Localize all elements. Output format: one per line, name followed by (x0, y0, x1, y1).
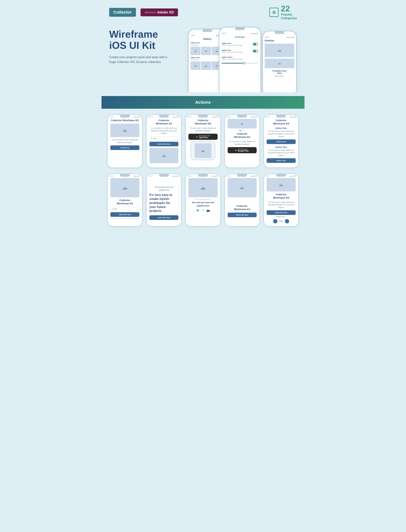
signal-icons-1: ▲▲▲🔋 (133, 116, 140, 118)
hero-section: WireframeiOS UI Kit Create your projects… (102, 23, 304, 92)
option-one-label: Option One (222, 42, 243, 44)
toggle-two[interactable] (253, 50, 258, 52)
album-thumb: ⛰ (201, 47, 211, 55)
portfolio-phone: 12:17 ▲▲▲🔋 Portfolio ⛰ ⛰ Portfolio First… (262, 31, 297, 92)
signal-icons-3: ▲▲▲🔋 (211, 116, 218, 118)
screen6-title: CollectorWireframe Kit (110, 199, 139, 205)
portfolio-show-case[interactable]: Show Case > (265, 75, 294, 77)
option-one: Option One Stylish and beautiful prototy… (222, 41, 258, 48)
settings-phone: 12:17 ▲▲▲🔋 Settings Option One Stylish a… (219, 27, 261, 92)
option-two-label: Option Two (222, 49, 243, 51)
screen4-title: CollectorWireframe Kit (228, 132, 257, 139)
actions-banner: Actions (102, 96, 304, 109)
button-two[interactable]: Button Two (267, 158, 296, 163)
time-10: 12:17 (266, 175, 270, 177)
hero-title: WireframeiOS UI Kit (109, 29, 182, 51)
subscribe-button-7[interactable]: Subscribe Now (149, 215, 178, 220)
inner-phone-3: ⛰ (191, 141, 216, 160)
page-indicator: 2/11 (279, 220, 283, 222)
phones-container: 12:17 ▲▲▲🔋 Gallery Album One 15 pictures… (182, 27, 297, 92)
subscribe-button-2[interactable]: Subscribe Now (149, 142, 178, 146)
settings-title: Settings (222, 35, 258, 39)
categories-label: PopularCategories (281, 13, 297, 20)
subscribe-button-9[interactable]: Subscribe Now (228, 213, 257, 217)
read-more-link[interactable]: Read More > (267, 216, 296, 217)
signal-icons-10: ▲▲▲🔋 (290, 175, 296, 177)
screen-card-pagination: 12:17 ▲▲▲🔋 ⛰ CollectorWireframe Kit It's… (264, 174, 299, 226)
subscribe-button-6[interactable]: Subscribe Now (110, 212, 139, 217)
screen-card-subscribe-email: 12:17 ▲▲▲🔋 CollectorWireframe Kit It's v… (146, 114, 181, 168)
signal-icons-7: ▲▲▲🔋 (173, 175, 179, 177)
action-two-title: Action Two (267, 146, 296, 148)
email-input-6[interactable] (110, 207, 139, 211)
screen7-join-text: Join and get news andupdates first (149, 186, 178, 191)
next-page-button[interactable]: › (285, 219, 289, 223)
action-one-title: Action One (267, 127, 296, 129)
categories-icon: ⊞ (269, 8, 279, 17)
screen-card-social: 12:17 ▲▲▲🔋 ⛰ COLLECTOR UI KIT Join and g… (185, 174, 220, 226)
time-5: 12:17 (266, 116, 270, 118)
slider-bar[interactable] (222, 63, 258, 63)
time-2: 12:17 (149, 116, 153, 118)
screen-card-subscribe3: 12:17 ▲▲▲🔋 ⛰ CollectorWireframe Kit Subs… (225, 174, 260, 226)
time-6: 12:17 (110, 175, 114, 177)
screen1-title: Collector Wireframe Kit (110, 119, 139, 122)
inner-phone-image-3: ⛰ (195, 143, 211, 158)
time-3: 12:17 (188, 116, 192, 118)
time-1: 12:17 (110, 116, 114, 118)
screen-card-newsletter: 12:17 ▲▲▲🔋 Join and get news andupdates … (146, 174, 181, 226)
time-8: 12:17 (188, 175, 192, 177)
option-two-desc: Stylish and beautiful prototypes (222, 51, 243, 53)
facebook-icon[interactable]: f (203, 209, 203, 212)
google-play-button[interactable]: ▶ Android app on Google Play (228, 147, 257, 153)
subscribe-button-10[interactable]: Subscribe Now (267, 210, 296, 215)
screen2-title: CollectorWireframe Kit (149, 119, 178, 126)
screen1-image: ⛰ (110, 124, 139, 137)
button-one[interactable]: Button One (267, 140, 296, 144)
instagram-icon[interactable]: 📷 (206, 209, 210, 212)
categories-block: ⊞ 22 PopularCategories (269, 5, 297, 20)
settings-phone-status: 12:17 ▲▲▲🔋 (219, 32, 261, 35)
screen10-title: CollectorWireframe Kit (267, 193, 296, 200)
twitter-icon[interactable]: 🐦 (196, 209, 200, 212)
action-two-desc: It's very easy to create stylish and bea… (267, 149, 296, 157)
portfolio-image-small: ⛰ (265, 59, 294, 68)
header: Collector with love for Adobe XD ⊞ 22 Po… (102, 0, 304, 23)
prev-page-button[interactable]: ‹ (273, 219, 277, 223)
screen1-desc: It's very easy to create stylish and bea… (110, 139, 139, 144)
option-three: Option Three Stylish and beautiful proto… (222, 55, 258, 62)
screen5-title: CollectorWireframe Kit (267, 119, 296, 126)
signal-icons-8: ▲▲▲🔋 (211, 175, 218, 177)
screen3-desc: It's very easy to create stylish and bea… (188, 127, 218, 132)
album-thumb: ⛰ (190, 47, 201, 55)
dots-row-4 (228, 130, 257, 131)
email-input-2[interactable] (149, 136, 178, 140)
time-9: 12:17 (227, 175, 231, 177)
play-icon: ▶ (235, 149, 236, 151)
screen7-main-title: It's very easy tocreate stylishprototype… (149, 193, 178, 213)
portfolio-image: ⛰ (265, 44, 294, 57)
signal-icons-9: ▲▲▲🔋 (250, 175, 257, 177)
collector-badge: Collector (109, 8, 136, 17)
app-store-button[interactable]: 🍎 Download on the App Store (188, 134, 218, 140)
screen8-category: COLLECTOR UI KIT (188, 199, 218, 200)
screen10-image: ⛰ (267, 178, 296, 191)
screen9-image: ⛰ (228, 178, 257, 197)
categories-text: 22 PopularCategories (281, 5, 297, 20)
action-one-desc: It's very easy to create stylish and bea… (267, 130, 296, 138)
screen4-desc: It's very easy to create stylish and bea… (228, 140, 257, 146)
hero-description: Create your projects quick and easy with… (109, 55, 171, 64)
screen8-image: ⛰ (188, 178, 218, 197)
screen6-image: ⛰ (110, 178, 139, 197)
screen-card-contact: 12:17 ▲▲▲🔋 Collector Wireframe Kit ⛰ It'… (107, 114, 142, 168)
option-two: Option Two Stylish and beautiful prototy… (222, 48, 258, 55)
screen10-desc: It's very easy to create stylish and bea… (267, 201, 296, 209)
portfolio-item-title: Portfolio FirstItem (265, 70, 294, 74)
toggle-one[interactable] (253, 43, 258, 46)
contact-us-button[interactable]: Contact Us (110, 145, 139, 150)
signal-icons-4: ▲▲▲🔋 (250, 116, 257, 118)
adobe-with-love: with love for (145, 11, 156, 14)
screen8-join-text: Join and get news and updates first (188, 201, 218, 207)
action-one-block: Action One It's very easy to create styl… (267, 127, 296, 144)
album-thumb: ⛰ (201, 62, 211, 70)
